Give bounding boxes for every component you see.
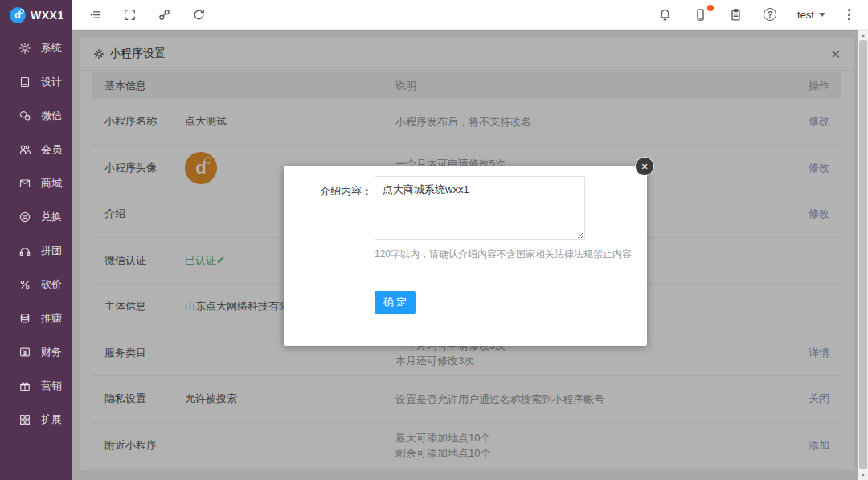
sidebar-item-design[interactable]: 设计 xyxy=(0,65,72,99)
sidebar-item-label: 设计 xyxy=(41,75,62,89)
user-menu[interactable]: test xyxy=(797,9,825,21)
exchange-icon xyxy=(18,211,31,224)
topbar-right-tools: ? test xyxy=(657,7,868,22)
notification-red-dot xyxy=(707,5,714,11)
group-buy-icon xyxy=(18,244,31,257)
username: test xyxy=(797,9,814,21)
tablet-icon xyxy=(18,76,31,88)
sidebar-item-finance[interactable]: 财务 xyxy=(0,335,72,369)
sidebar-item-label: 微信 xyxy=(41,109,62,123)
sidebar-item-label: 财务 xyxy=(41,345,62,359)
collapse-sidebar-icon[interactable] xyxy=(88,7,102,22)
money-icon xyxy=(18,346,31,359)
topbar-left-tools xyxy=(72,7,206,22)
chevron-down-icon xyxy=(819,13,825,17)
sidebar-item-members[interactable]: 会员 xyxy=(0,133,72,166)
sidebar-item-label: 扩展 xyxy=(41,412,62,427)
sidebar-item-bargain[interactable]: 砍价 xyxy=(0,268,72,302)
scroll-down-arrow[interactable]: ▼ xyxy=(858,470,868,480)
sidebar-item-exchange[interactable]: 兑换 xyxy=(0,200,72,234)
intro-hint-text: 120字以内，请确认介绍内容不含国家相关法律法规禁止内容 xyxy=(375,248,632,261)
notification-bell-icon[interactable] xyxy=(657,7,672,22)
sidebar-item-label: 系统 xyxy=(41,41,62,55)
fullscreen-icon[interactable] xyxy=(122,7,137,22)
sidebar-item-label: 营销 xyxy=(41,379,62,393)
sidebar-item-label: 会员 xyxy=(41,142,62,157)
sidebar-item-label: 商城 xyxy=(41,176,62,191)
brand-name: WXX1 xyxy=(31,9,64,22)
bargain-icon xyxy=(18,278,31,291)
confirm-button[interactable]: 确定 xyxy=(375,291,416,314)
clipboard-icon[interactable] xyxy=(728,7,743,22)
intro-content-textarea[interactable]: 点大商城系统wxx1 xyxy=(375,176,585,240)
sidebar: d WXX1 系统 设计 微信 会员 商城 兑换 拼团 xyxy=(0,0,72,480)
vertical-scrollbar: ▲ ▼ xyxy=(858,30,868,480)
coins-icon xyxy=(18,312,31,325)
refresh-icon[interactable] xyxy=(191,7,206,22)
gift-icon xyxy=(18,379,31,392)
sidebar-item-groupbuy[interactable]: 拼团 xyxy=(0,234,72,268)
intro-edit-dialog: ✕ 介绍内容： 点大商城系统wxx1 120字以内，请确认介绍内容不含国家相关法… xyxy=(284,166,647,346)
sidebar-item-mall[interactable]: 商城 xyxy=(0,166,72,200)
brand-logo-icon: d xyxy=(10,7,26,23)
grid-icon xyxy=(18,413,31,426)
intro-content-label: 介绍内容： xyxy=(314,184,372,199)
sidebar-item-label: 兑换 xyxy=(41,210,62,224)
scroll-up-arrow[interactable]: ▲ xyxy=(858,30,868,40)
sidebar-item-commission[interactable]: 推赚 xyxy=(0,302,72,335)
sidebar-item-wechat[interactable]: 微信 xyxy=(0,99,72,133)
wechat-icon xyxy=(18,109,31,122)
more-options-icon[interactable] xyxy=(846,7,852,22)
users-icon xyxy=(18,143,31,156)
help-icon[interactable]: ? xyxy=(764,8,776,21)
dialog-close-icon[interactable]: ✕ xyxy=(636,158,653,175)
sidebar-menu: 系统 设计 微信 会员 商城 兑换 拼团 砍价 xyxy=(0,30,72,437)
sidebar-item-label: 砍价 xyxy=(41,277,62,292)
sidebar-item-label: 推赚 xyxy=(41,311,62,326)
topbar: ? test xyxy=(72,0,868,30)
app-logo: d WXX1 xyxy=(0,0,72,30)
scrollbar-thumb[interactable] xyxy=(859,40,867,469)
sidebar-item-marketing[interactable]: 营销 xyxy=(0,369,72,403)
sidebar-item-label: 拼团 xyxy=(41,244,62,258)
link-icon[interactable] xyxy=(157,7,171,22)
gear-icon xyxy=(18,42,31,55)
sidebar-item-system[interactable]: 系统 xyxy=(0,31,72,65)
mall-icon xyxy=(18,177,31,190)
mobile-preview-icon[interactable] xyxy=(693,7,707,22)
sidebar-item-extension[interactable]: 扩展 xyxy=(0,403,72,437)
